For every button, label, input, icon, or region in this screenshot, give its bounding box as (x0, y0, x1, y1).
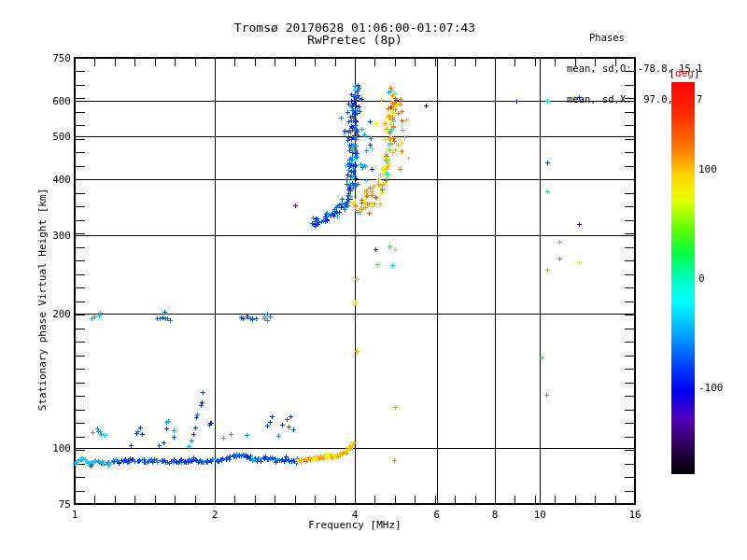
x-tick-label: 16 (616, 509, 654, 521)
y-tick-label: 300 (37, 230, 71, 242)
colorbar-tick-label: 100 (698, 163, 717, 175)
y-tick-label: 500 (37, 131, 71, 143)
ionogram-figure: Tromsø 20170628 01:06:00-01:07:43 RwPret… (0, 0, 747, 560)
plot-subtitle: RwPretec (8p) (307, 34, 402, 46)
x-tick-label: 4 (336, 509, 374, 521)
colorbar-bracket-right: ] (694, 67, 700, 79)
y-axis-label: Stationary phase Virtual Height [km] (36, 189, 49, 411)
phase-stats-heading: Phases (567, 33, 702, 43)
colorbar (671, 82, 695, 474)
y-tick-label: 200 (37, 308, 71, 320)
y-tick-label: 600 (37, 95, 71, 107)
colorbar-bracket-left: [ (669, 67, 675, 79)
y-tick-label: 400 (37, 174, 71, 186)
colorbar-tick-label: 0 (698, 273, 705, 285)
x-tick-label: 10 (521, 509, 558, 521)
x-tick-label: 6 (418, 509, 456, 521)
y-tick-label: 750 (37, 52, 71, 64)
y-tick-label: 75 (37, 498, 71, 511)
y-tick-label: 100 (37, 442, 71, 455)
x-tick-label: 8 (476, 509, 514, 521)
colorbar-tick-label: -100 (698, 382, 724, 394)
colorbar-title: [deg] (669, 67, 699, 79)
colorbar-unit: deg (675, 67, 694, 79)
x-tick-label: 2 (196, 509, 233, 521)
